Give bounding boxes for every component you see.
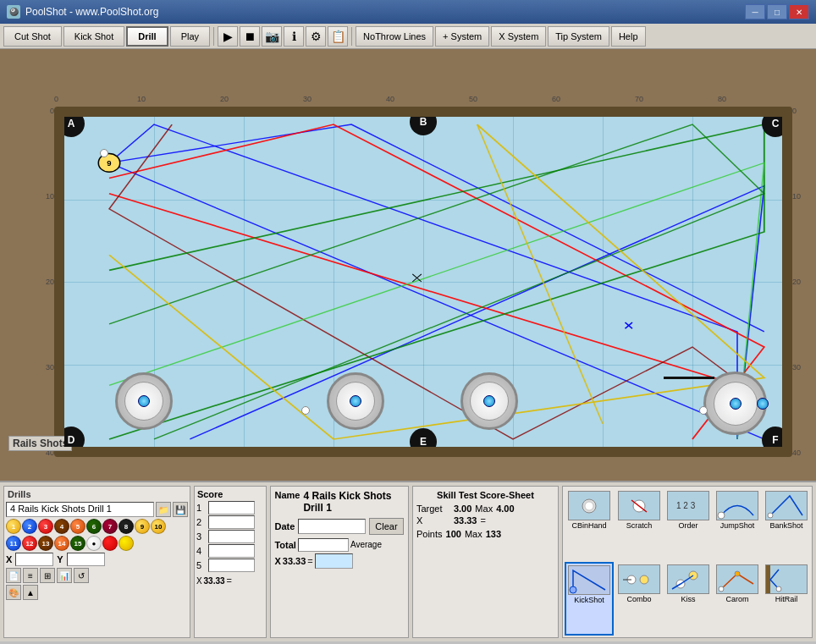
ball-14[interactable]: 14 [54, 536, 69, 551]
ball-cue[interactable]: ● [86, 536, 102, 551]
ball-1[interactable]: 1 [6, 519, 21, 534]
info-icon-button[interactable]: ℹ [284, 26, 304, 47]
score-row-3: 3 [196, 530, 265, 543]
svg-point-22 [640, 575, 648, 584]
chart-icon-button[interactable]: 📊 [57, 568, 72, 583]
ball-red[interactable] [102, 536, 118, 551]
table-felt[interactable]: 9 A B C D E F [64, 117, 782, 447]
drill-type-combo[interactable]: Combo [615, 562, 663, 636]
cue-wheel-4 [703, 372, 767, 435]
score-row-5: 5 [196, 559, 265, 572]
ball-yellow[interactable] [119, 536, 134, 551]
table-area[interactable]: 0 10 20 30 40 50 60 70 80 0 10 20 30 40 … [0, 49, 816, 481]
x-input[interactable] [15, 553, 53, 566]
close-button[interactable]: ✕ [789, 4, 809, 19]
bankshot-label: BankShot [770, 521, 803, 530]
score-input-5[interactable] [208, 559, 255, 572]
svg-rect-31 [766, 565, 770, 593]
svg-point-15 [718, 512, 725, 519]
ball-10[interactable]: 10 [151, 519, 166, 534]
tip-system-button[interactable]: Tip System [548, 26, 609, 47]
up-icon-button[interactable]: ▲ [23, 585, 38, 600]
pocket-a-label: A [58, 110, 85, 137]
settings-icon-button[interactable]: ⚙ [306, 26, 326, 47]
ball-6[interactable]: 6 [86, 519, 102, 534]
maximize-button[interactable]: □ [767, 4, 787, 19]
plus-system-button[interactable]: + System [435, 26, 489, 47]
score-input-4[interactable] [208, 544, 255, 558]
ball-grid-2: 11 12 13 14 15 ● [6, 536, 188, 551]
svg-text:9: 9 [107, 160, 111, 168]
x-system-button[interactable]: X System [491, 26, 546, 47]
combo-label: Combo [627, 595, 652, 603]
score-input-2[interactable] [208, 515, 255, 529]
list-icon-button[interactable]: ≡ [23, 568, 38, 583]
score-input-3[interactable] [208, 530, 255, 543]
drill-type-jumpshot[interactable]: JumpShot [714, 488, 761, 560]
play-icon-button[interactable]: ▶ [218, 26, 238, 47]
ball-3[interactable]: 3 [38, 519, 53, 534]
bottom-icon-row: 📄 ≡ ⊞ 📊 ↺ [6, 568, 188, 583]
svg-line-2 [626, 322, 632, 328]
ball-9[interactable]: 9 [135, 519, 150, 534]
drill-type-bankshot[interactable]: BankShot [763, 488, 810, 560]
score-input-1[interactable] [208, 501, 255, 515]
svg-line-1 [412, 274, 422, 282]
folder-icon-button[interactable]: 📁 [156, 502, 171, 517]
y-input[interactable] [67, 553, 105, 566]
export-icon-button[interactable]: 📋 [328, 26, 348, 47]
x-val: X [274, 556, 280, 566]
refresh-icon-button[interactable]: ↺ [74, 568, 89, 583]
date-row: Date Clear [274, 518, 404, 535]
x-score-val: 33.33 [204, 576, 225, 586]
no-throw-lines-button[interactable]: NoThrow Lines [356, 26, 433, 47]
ball-7[interactable]: 7 [102, 519, 118, 534]
ball-8[interactable]: 8 [119, 519, 134, 534]
rails-label: Rails Shots [8, 436, 72, 451]
svg-point-8 [585, 502, 593, 510]
ball-13[interactable]: 13 [38, 536, 53, 551]
drill-button[interactable]: Drill [126, 26, 168, 47]
kick-shot-button[interactable]: Kick Shot [63, 26, 124, 47]
drill-type-order[interactable]: 1 2 3 Order [664, 488, 712, 560]
camera-icon-button[interactable]: 📷 [262, 26, 282, 47]
pool-table[interactable]: 9 A B C D E F [54, 107, 792, 457]
drill-type-kickshot[interactable]: KickShot [565, 562, 614, 636]
x2-row: X 33.33 = [416, 515, 554, 526]
drills-section: Drills 4 Rails Kick Shots Drill 1 📁 💾 1 … [3, 486, 190, 638]
drills-title: Drills [6, 488, 188, 500]
bottom-icon-row-2: 🎨 ▲ [6, 585, 188, 600]
stop-icon-button[interactable]: ⏹ [240, 26, 260, 47]
x-score-label: X [196, 576, 202, 586]
copy-icon-button[interactable]: 📄 [6, 568, 21, 583]
minimize-button[interactable]: ─ [745, 4, 765, 19]
bankshot-thumb [765, 491, 808, 520]
play-button[interactable]: Play [170, 26, 210, 47]
total-input[interactable] [298, 538, 349, 552]
points-val: 100 [446, 529, 461, 539]
ball-15[interactable]: 15 [70, 536, 85, 551]
save-icon-button[interactable]: 💾 [173, 502, 188, 517]
drill-type-carom[interactable]: Carom [714, 562, 761, 636]
ball-4[interactable]: 4 [54, 519, 69, 534]
pocket-c-label: C [762, 110, 789, 137]
date-input[interactable] [298, 519, 366, 534]
drill-type-scratch[interactable]: Scratch [615, 488, 663, 560]
drill-type-kiss[interactable]: Kiss [664, 562, 712, 636]
grid-icon-button[interactable]: ⊞ [40, 568, 55, 583]
scratch-label: Scratch [626, 521, 653, 530]
help-button[interactable]: Help [611, 26, 646, 47]
ball-12[interactable]: 12 [22, 536, 37, 551]
cbinhand-thumb [568, 491, 610, 520]
right-ruler: 0 10 20 30 40 [792, 107, 809, 457]
color-icon-button[interactable]: 🎨 [6, 585, 21, 600]
ball-5[interactable]: 5 [70, 519, 85, 534]
ball-2[interactable]: 2 [22, 519, 37, 534]
cut-shot-button[interactable]: Cut Shot [3, 26, 62, 47]
total-label: Total [274, 540, 295, 550]
clear-button[interactable]: Clear [369, 518, 403, 535]
ball-11[interactable]: 11 [6, 536, 21, 551]
drill-type-hitrail[interactable]: HitRail [763, 562, 810, 636]
kickshot-label: KickShot [574, 596, 604, 604]
drill-type-cbinhand[interactable]: CBinHand [565, 488, 614, 560]
